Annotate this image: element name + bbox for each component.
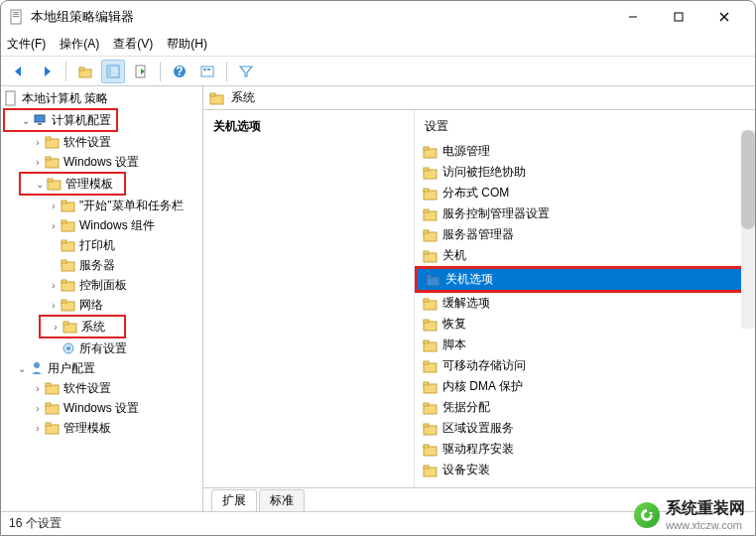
titlebar: 本地组策略编辑器 [1, 1, 755, 33]
svg-rect-36 [62, 280, 66, 283]
list-item[interactable]: 可移动存储访问 [415, 355, 755, 376]
expand-icon[interactable]: › [47, 300, 61, 311]
expand-icon[interactable]: › [31, 383, 45, 394]
settings-list[interactable]: 电源管理访问被拒绝协助分布式 COM服务控制管理器设置服务器管理器关机关机选项缓… [415, 141, 755, 487]
properties-button[interactable] [101, 60, 125, 83]
svg-rect-79 [424, 424, 429, 427]
list-item[interactable]: 设备安装 [415, 460, 755, 480]
collapse-icon[interactable]: ⌄ [33, 179, 47, 190]
tree-item[interactable]: ›网络 [1, 295, 202, 315]
svg-rect-18 [6, 91, 15, 105]
svg-text:?: ? [176, 65, 183, 78]
expand-icon[interactable]: › [31, 423, 45, 434]
scrollbar-thumb[interactable] [741, 130, 755, 229]
list-item[interactable]: 电源管理 [415, 141, 755, 162]
menubar: 文件(F) 操作(A) 查看(V) 帮助(H) [1, 33, 755, 57]
list-item[interactable]: 服务控制管理器设置 [415, 203, 755, 224]
svg-rect-40 [63, 322, 68, 325]
list-item[interactable]: 内核 DMA 保护 [415, 376, 755, 397]
tree-item[interactable]: ›Windows 设置 [1, 398, 202, 418]
up-button[interactable] [73, 60, 97, 83]
help-button[interactable]: ? [168, 60, 191, 83]
watermark-url: www.xtczw.com [666, 519, 745, 531]
expand-icon[interactable]: › [49, 322, 63, 333]
folder-icon [45, 420, 61, 436]
folder-icon [423, 165, 439, 181]
folder-icon [423, 463, 439, 478]
collapse-icon[interactable]: ⌄ [15, 363, 29, 374]
list-item[interactable]: 关机 [415, 245, 755, 266]
expand-icon[interactable]: › [31, 403, 45, 414]
menu-file[interactable]: 文件(F) [7, 36, 46, 53]
svg-rect-75 [424, 382, 429, 385]
svg-rect-81 [424, 445, 429, 448]
computer-icon [33, 112, 49, 128]
list-item[interactable]: 服务器管理器 [415, 224, 755, 245]
menu-action[interactable]: 操作(A) [60, 36, 99, 53]
svg-rect-55 [424, 168, 429, 171]
tree-item[interactable]: ›"开始"菜单和任务栏 [1, 196, 202, 215]
list-item-label: 可移动存储访问 [442, 357, 526, 374]
svg-rect-47 [46, 403, 51, 406]
expand-icon[interactable]: › [47, 201, 61, 211]
list-item[interactable]: 访问被拒绝协助 [415, 162, 755, 183]
list-item-selected[interactable]: 关机选项 [418, 269, 744, 290]
folder-icon [61, 297, 76, 313]
tree-item[interactable]: ›Windows 组件 [1, 215, 202, 235]
filter-button[interactable] [234, 60, 258, 83]
list-item[interactable]: 区域设置服务 [415, 418, 755, 439]
tree-item[interactable]: ›控制面板 [1, 275, 202, 295]
tree-item[interactable]: › Windows 设置 [1, 152, 202, 172]
options-button[interactable] [195, 60, 219, 83]
tree-panel[interactable]: 本地计算机 策略 ⌄ 计算机配置 › 软件设置 › Windows 设置 [1, 86, 203, 511]
list-item[interactable]: 恢复 [415, 314, 755, 335]
tree-item[interactable]: 服务器 [1, 255, 202, 275]
collapse-icon[interactable]: ⌄ [19, 115, 33, 126]
scrollbar[interactable] [741, 130, 755, 329]
tab-standard[interactable]: 标准 [259, 489, 305, 511]
tree-item[interactable]: ›管理模板 [1, 418, 202, 438]
expand-icon[interactable]: › [31, 137, 45, 148]
folder-icon [423, 248, 439, 264]
tree-computer-config[interactable]: ⌄ 计算机配置 [5, 110, 116, 130]
path-bar: 系统 [203, 86, 755, 110]
tree-admin-templates[interactable]: ⌄ 管理模板 [21, 174, 124, 194]
tree-item[interactable]: 所有设置 [1, 338, 202, 358]
watermark-text-wrap: 系统重装网 www.xtczw.com [666, 498, 745, 531]
list-item[interactable]: 凭据分配 [415, 397, 755, 418]
list-item[interactable]: 分布式 COM [415, 183, 755, 203]
tree-item[interactable]: 打印机 [1, 235, 202, 255]
tree-user-config[interactable]: ⌄用户配置 [1, 358, 202, 378]
export-button[interactable] [129, 60, 153, 83]
expand-icon[interactable]: › [47, 220, 61, 231]
list-item-label: 关机选项 [445, 271, 493, 288]
list-item[interactable]: 缓解选项 [415, 293, 755, 314]
list-item-label: 内核 DMA 保护 [442, 378, 523, 395]
expand-icon[interactable]: › [31, 157, 45, 168]
tree-item[interactable]: › 软件设置 [1, 132, 202, 152]
tree-root[interactable]: 本地计算机 策略 [1, 88, 202, 108]
svg-rect-51 [210, 93, 215, 96]
expand-icon[interactable]: › [47, 280, 61, 291]
tab-extended[interactable]: 扩展 [211, 489, 257, 511]
menu-help[interactable]: 帮助(H) [167, 36, 207, 53]
back-button[interactable] [7, 60, 31, 83]
close-button[interactable] [701, 2, 747, 32]
folder-icon [61, 277, 76, 293]
maximize-button[interactable] [656, 2, 701, 32]
tree-item[interactable]: ›软件设置 [1, 378, 202, 398]
content-area: 本地计算机 策略 ⌄ 计算机配置 › 软件设置 › Windows 设置 [1, 86, 755, 511]
watermark: 系统重装网 www.xtczw.com [634, 498, 745, 531]
svg-rect-24 [46, 157, 51, 160]
list-item[interactable]: 驱动程序安装 [415, 439, 755, 460]
watermark-text: 系统重装网 [666, 498, 745, 519]
menu-view[interactable]: 查看(V) [113, 36, 153, 53]
list-item-label: 设备安装 [442, 462, 490, 478]
highlight-system: ›系统 [39, 315, 126, 338]
tree-system[interactable]: ›系统 [41, 317, 124, 336]
list-item[interactable]: 脚本 [415, 335, 755, 355]
svg-rect-38 [62, 300, 66, 303]
list-item-label: 服务控制管理器设置 [442, 205, 550, 222]
forward-button[interactable] [35, 60, 59, 83]
minimize-button[interactable] [610, 2, 656, 32]
